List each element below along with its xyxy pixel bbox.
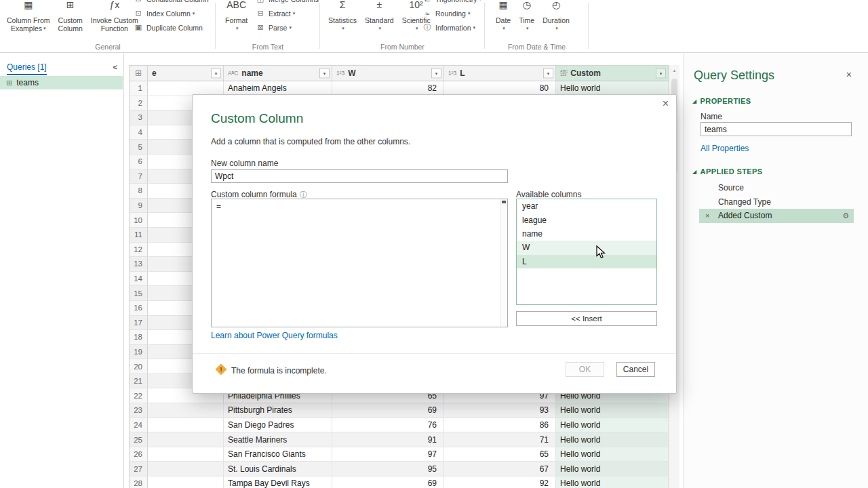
formula-editor[interactable]: = [211, 199, 508, 327]
row-number[interactable]: 21 [129, 374, 148, 389]
row-number[interactable]: 3 [129, 110, 148, 125]
filter-dropdown-icon[interactable]: ▾ [319, 68, 330, 79]
available-column-item[interactable]: L [517, 255, 656, 268]
cell-l[interactable]: 65 [444, 447, 556, 462]
formula-scrollbar-thumb[interactable] [502, 201, 506, 203]
row-number[interactable]: 17 [129, 316, 148, 331]
ribbon-big-button[interactable]: ABC Format ▾ [221, 0, 252, 33]
cell-w[interactable]: 95 [332, 462, 444, 476]
row-number[interactable]: 8 [129, 184, 148, 199]
cell-l[interactable]: 92 [444, 476, 556, 488]
ribbon-small-button[interactable]: ▣ Duplicate Column ▾ [133, 20, 203, 35]
ribbon-big-button[interactable]: ◴ Duration ▾ [538, 0, 574, 33]
ribbon-big-button[interactable]: ± Standard ▾ [361, 0, 398, 33]
ribbon-small-button[interactable]: ⊡ Index Column ▾ [133, 6, 195, 20]
row-number[interactable]: 20 [129, 359, 148, 374]
column-header-w[interactable]: 1²3 W ▾ [332, 65, 444, 81]
cell-league[interactable] [148, 432, 224, 447]
cancel-button[interactable]: Cancel [616, 362, 655, 377]
delete-step-icon[interactable]: × [705, 212, 709, 220]
column-header-name[interactable]: AᴮC name ▾ [224, 65, 332, 81]
column-header-l[interactable]: 1²3 L ▾ [444, 65, 556, 81]
ribbon-big-button[interactable]: ◷ Time ▾ [515, 0, 538, 33]
applied-step-changed-type[interactable]: Changed Type [699, 195, 854, 209]
row-number[interactable]: 1 [129, 81, 148, 96]
cell-custom[interactable]: Hello world [556, 403, 669, 418]
cell-name[interactable]: San Diego Padres [224, 418, 332, 433]
row-number[interactable]: 7 [129, 169, 148, 184]
new-column-name-input[interactable] [211, 169, 508, 183]
queries-pane-tab[interactable]: Queries [1] [7, 62, 47, 75]
cell-name[interactable]: Tampa Bay Devil Rays [224, 476, 332, 488]
available-column-item[interactable]: league [517, 213, 656, 226]
cell-name[interactable]: St. Louis Cardinals [224, 462, 332, 476]
row-number[interactable]: 16 [129, 301, 148, 316]
row-number[interactable]: 25 [129, 432, 148, 447]
ribbon-small-button[interactable]: ⊟ Extract ▾ [255, 6, 295, 20]
applied-step-added-custom[interactable]: × Added Custom ⚙ [699, 209, 854, 223]
cell-w[interactable]: 69 [332, 403, 444, 418]
ribbon-small-button[interactable]: ◫ Merge Columns ▾ [255, 0, 319, 6]
filter-dropdown-icon[interactable]: ▾ [656, 68, 666, 79]
scroll-up-icon[interactable]: ▴ [669, 65, 679, 75]
cell-l[interactable]: 86 [444, 418, 556, 433]
available-column-item[interactable]: year [517, 199, 656, 213]
cell-league[interactable] [148, 418, 224, 433]
cell-l[interactable]: 71 [444, 432, 556, 447]
collapse-pane-icon[interactable]: < [113, 63, 117, 71]
ribbon-big-button[interactable]: Σ Statistics ▾ [324, 0, 361, 33]
cell-league[interactable] [148, 403, 224, 418]
ribbon-big-button[interactable]: ⊞ Custom Column▾ [54, 0, 87, 33]
ribbon-small-button[interactable]: ∠ Trigonometry ▾ [422, 0, 481, 6]
cell-w[interactable]: 76 [332, 418, 444, 433]
filter-dropdown-icon[interactable]: ▾ [431, 68, 441, 79]
cell-league[interactable] [148, 447, 224, 462]
column-header-league[interactable]: e ▾ [148, 65, 224, 81]
learn-formulas-link[interactable]: Learn about Power Query formulas [211, 331, 338, 340]
row-number[interactable]: 28 [129, 476, 148, 488]
row-number[interactable]: 9 [129, 199, 148, 214]
row-number[interactable]: 14 [129, 272, 148, 287]
properties-section-header[interactable]: ◢ PROPERTIES [692, 97, 751, 105]
row-number[interactable]: 15 [129, 286, 148, 301]
filter-dropdown-icon[interactable]: ▾ [211, 68, 221, 79]
row-number[interactable]: 24 [129, 418, 148, 433]
cell-league[interactable] [148, 462, 224, 476]
formula-scrollbar[interactable] [500, 199, 507, 327]
cell-w[interactable]: 91 [332, 432, 444, 447]
row-number[interactable]: 4 [129, 125, 148, 140]
ribbon-small-button[interactable]: ⓘ Information ▾ [422, 20, 475, 35]
ribbon-small-button[interactable]: ⊟ Conditional Column ▾ [133, 0, 209, 6]
cell-l[interactable]: 93 [444, 403, 556, 418]
row-number[interactable]: 2 [129, 96, 148, 111]
cell-custom[interactable]: Hello world [556, 432, 669, 447]
row-number[interactable]: 19 [129, 345, 148, 360]
cell-custom[interactable]: Hello world [556, 447, 669, 462]
row-number[interactable]: 27 [129, 462, 148, 476]
cell-name[interactable]: Seattle Mariners [224, 432, 332, 447]
insert-column-button[interactable]: << Insert [516, 311, 657, 326]
cell-l[interactable]: 67 [444, 462, 556, 476]
query-list-item[interactable]: ⊞ teams [0, 76, 123, 89]
query-name-input[interactable] [701, 122, 852, 136]
cell-custom[interactable]: Hello world [556, 418, 669, 433]
cell-name[interactable]: San Francisco Giants [224, 447, 332, 462]
ok-button[interactable]: OK [566, 362, 604, 377]
close-dialog-icon[interactable]: × [663, 98, 669, 109]
row-number[interactable]: 26 [129, 447, 148, 462]
row-number[interactable]: 5 [129, 140, 148, 155]
row-number[interactable]: 22 [129, 388, 148, 403]
row-number[interactable]: 6 [129, 155, 148, 169]
applied-step-source[interactable]: Source [699, 181, 854, 195]
row-number[interactable]: 10 [129, 213, 148, 228]
ribbon-small-button[interactable]: ⊠ Parse ▾ [255, 20, 292, 35]
available-column-item[interactable]: W [517, 241, 656, 254]
cell-custom[interactable]: Hello world [556, 462, 669, 476]
ribbon-big-button[interactable]: ▦ Column From Examples▾ [3, 0, 54, 33]
all-properties-link[interactable]: All Properties [701, 144, 749, 153]
cell-custom[interactable]: Hello world [556, 476, 669, 488]
available-column-item[interactable]: name [517, 227, 656, 241]
column-header-custom[interactable]: ABC 123 Custom ▾ [556, 65, 669, 81]
row-number[interactable]: 13 [129, 257, 148, 272]
row-number[interactable]: 18 [129, 330, 148, 345]
